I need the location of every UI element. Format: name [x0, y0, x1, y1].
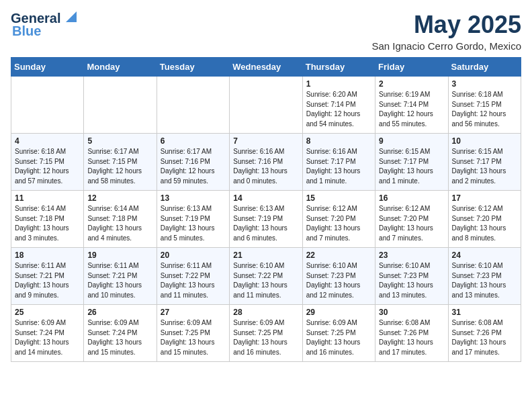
day-info: Sunrise: 6:13 AM Sunset: 7:19 PM Dayligh…	[161, 204, 226, 243]
day-number: 28	[233, 308, 298, 317]
weekday-header-sunday: Sunday	[11, 58, 84, 77]
calendar-cell: 2Sunrise: 6:19 AM Sunset: 7:14 PM Daylig…	[375, 77, 448, 134]
calendar-cell: 6Sunrise: 6:17 AM Sunset: 7:16 PM Daylig…	[157, 134, 229, 191]
calendar-cell	[11, 77, 84, 134]
calendar-cell: 27Sunrise: 6:09 AM Sunset: 7:25 PM Dayli…	[157, 305, 229, 362]
day-info: Sunrise: 6:17 AM Sunset: 7:16 PM Dayligh…	[161, 147, 226, 186]
calendar-cell: 1Sunrise: 6:20 AM Sunset: 7:14 PM Daylig…	[302, 77, 375, 134]
calendar-cell: 12Sunrise: 6:14 AM Sunset: 7:18 PM Dayli…	[84, 191, 157, 248]
day-info: Sunrise: 6:10 AM Sunset: 7:23 PM Dayligh…	[379, 261, 444, 300]
day-number: 3	[452, 79, 517, 89]
day-number: 23	[379, 250, 444, 260]
calendar-cell: 26Sunrise: 6:09 AM Sunset: 7:24 PM Dayli…	[84, 305, 157, 362]
day-number: 17	[452, 193, 517, 203]
calendar-cell: 4Sunrise: 6:18 AM Sunset: 7:15 PM Daylig…	[11, 134, 84, 191]
calendar-cell: 7Sunrise: 6:16 AM Sunset: 7:16 PM Daylig…	[230, 134, 302, 191]
day-number: 10	[452, 136, 517, 146]
calendar-cell: 3Sunrise: 6:18 AM Sunset: 7:15 PM Daylig…	[448, 77, 521, 134]
calendar-cell: 14Sunrise: 6:13 AM Sunset: 7:19 PM Dayli…	[230, 191, 302, 248]
calendar-cell: 18Sunrise: 6:11 AM Sunset: 7:21 PM Dayli…	[11, 248, 84, 305]
day-number: 19	[87, 250, 152, 260]
calendar-cell: 30Sunrise: 6:08 AM Sunset: 7:26 PM Dayli…	[375, 305, 448, 362]
weekday-header-tuesday: Tuesday	[157, 58, 229, 77]
calendar-cell: 21Sunrise: 6:10 AM Sunset: 7:22 PM Dayli…	[230, 248, 302, 305]
day-number: 13	[161, 193, 226, 203]
day-info: Sunrise: 6:18 AM Sunset: 7:15 PM Dayligh…	[15, 147, 80, 186]
day-number: 27	[161, 308, 226, 317]
calendar-cell: 24Sunrise: 6:10 AM Sunset: 7:23 PM Dayli…	[448, 248, 521, 305]
calendar-cell: 20Sunrise: 6:11 AM Sunset: 7:22 PM Dayli…	[157, 248, 229, 305]
day-number: 14	[233, 193, 298, 203]
calendar-cell: 19Sunrise: 6:11 AM Sunset: 7:21 PM Dayli…	[84, 248, 157, 305]
day-number: 15	[306, 193, 371, 203]
day-number: 1	[306, 79, 371, 89]
calendar-cell: 8Sunrise: 6:16 AM Sunset: 7:17 PM Daylig…	[302, 134, 375, 191]
weekday-header-monday: Monday	[84, 58, 157, 77]
page-header: General Blue May 2025 San Ignacio Cerro …	[11, 11, 521, 52]
calendar-cell: 29Sunrise: 6:09 AM Sunset: 7:25 PM Dayli…	[302, 305, 375, 362]
logo-icon	[62, 10, 77, 25]
calendar-week-row: 18Sunrise: 6:11 AM Sunset: 7:21 PM Dayli…	[11, 248, 521, 305]
day-info: Sunrise: 6:20 AM Sunset: 7:14 PM Dayligh…	[306, 90, 371, 129]
day-info: Sunrise: 6:16 AM Sunset: 7:16 PM Dayligh…	[233, 147, 298, 186]
day-info: Sunrise: 6:16 AM Sunset: 7:17 PM Dayligh…	[306, 147, 371, 186]
logo: General Blue	[11, 11, 77, 39]
day-number: 6	[161, 136, 226, 146]
calendar-cell: 5Sunrise: 6:17 AM Sunset: 7:15 PM Daylig…	[84, 134, 157, 191]
calendar-cell: 15Sunrise: 6:12 AM Sunset: 7:20 PM Dayli…	[302, 191, 375, 248]
day-info: Sunrise: 6:13 AM Sunset: 7:19 PM Dayligh…	[233, 204, 298, 243]
calendar-cell: 17Sunrise: 6:12 AM Sunset: 7:20 PM Dayli…	[448, 191, 521, 248]
day-number: 22	[306, 250, 371, 260]
calendar-cell: 9Sunrise: 6:15 AM Sunset: 7:17 PM Daylig…	[375, 134, 448, 191]
day-number: 11	[15, 193, 80, 203]
weekday-header-wednesday: Wednesday	[230, 58, 302, 77]
calendar-cell: 11Sunrise: 6:14 AM Sunset: 7:18 PM Dayli…	[11, 191, 84, 248]
calendar-cell: 22Sunrise: 6:10 AM Sunset: 7:23 PM Dayli…	[302, 248, 375, 305]
weekday-header-thursday: Thursday	[302, 58, 375, 77]
day-info: Sunrise: 6:09 AM Sunset: 7:25 PM Dayligh…	[233, 318, 298, 357]
day-info: Sunrise: 6:11 AM Sunset: 7:21 PM Dayligh…	[15, 261, 80, 300]
day-info: Sunrise: 6:19 AM Sunset: 7:14 PM Dayligh…	[379, 90, 444, 129]
day-info: Sunrise: 6:08 AM Sunset: 7:26 PM Dayligh…	[379, 318, 444, 357]
day-number: 24	[452, 250, 517, 260]
day-number: 29	[306, 308, 371, 317]
calendar-cell: 23Sunrise: 6:10 AM Sunset: 7:23 PM Dayli…	[375, 248, 448, 305]
day-number: 7	[233, 136, 298, 146]
day-info: Sunrise: 6:12 AM Sunset: 7:20 PM Dayligh…	[306, 204, 371, 243]
calendar-table: SundayMondayTuesdayWednesdayThursdayFrid…	[11, 57, 521, 362]
day-number: 31	[452, 308, 517, 317]
day-number: 26	[87, 308, 152, 317]
day-info: Sunrise: 6:08 AM Sunset: 7:26 PM Dayligh…	[452, 318, 517, 357]
day-number: 4	[15, 136, 80, 146]
month-title: May 2025	[371, 11, 521, 39]
calendar-cell	[84, 77, 157, 134]
calendar-week-row: 25Sunrise: 6:09 AM Sunset: 7:24 PM Dayli…	[11, 305, 521, 362]
logo-blue: Blue	[12, 24, 41, 39]
weekday-header-saturday: Saturday	[448, 58, 521, 77]
weekday-header-friday: Friday	[375, 58, 448, 77]
calendar-cell: 28Sunrise: 6:09 AM Sunset: 7:25 PM Dayli…	[230, 305, 302, 362]
day-number: 2	[379, 79, 444, 89]
day-number: 20	[161, 250, 226, 260]
calendar-cell: 25Sunrise: 6:09 AM Sunset: 7:24 PM Dayli…	[11, 305, 84, 362]
calendar-week-row: 4Sunrise: 6:18 AM Sunset: 7:15 PM Daylig…	[11, 134, 521, 191]
day-info: Sunrise: 6:17 AM Sunset: 7:15 PM Dayligh…	[87, 147, 152, 186]
day-number: 25	[15, 308, 80, 317]
day-info: Sunrise: 6:11 AM Sunset: 7:22 PM Dayligh…	[161, 261, 226, 300]
location-title: San Ignacio Cerro Gordo, Mexico	[371, 40, 521, 52]
day-info: Sunrise: 6:18 AM Sunset: 7:15 PM Dayligh…	[452, 90, 517, 129]
day-info: Sunrise: 6:10 AM Sunset: 7:23 PM Dayligh…	[452, 261, 517, 300]
day-info: Sunrise: 6:15 AM Sunset: 7:17 PM Dayligh…	[379, 147, 444, 186]
day-info: Sunrise: 6:12 AM Sunset: 7:20 PM Dayligh…	[452, 204, 517, 243]
day-number: 9	[379, 136, 444, 146]
day-number: 12	[87, 193, 152, 203]
calendar-cell	[230, 77, 302, 134]
calendar-cell	[157, 77, 229, 134]
calendar-cell: 10Sunrise: 6:15 AM Sunset: 7:17 PM Dayli…	[448, 134, 521, 191]
day-number: 18	[15, 250, 80, 260]
day-info: Sunrise: 6:14 AM Sunset: 7:18 PM Dayligh…	[15, 204, 80, 243]
calendar-cell: 16Sunrise: 6:12 AM Sunset: 7:20 PM Dayli…	[375, 191, 448, 248]
calendar-week-row: 11Sunrise: 6:14 AM Sunset: 7:18 PM Dayli…	[11, 191, 521, 248]
day-info: Sunrise: 6:09 AM Sunset: 7:24 PM Dayligh…	[15, 318, 80, 357]
day-number: 30	[379, 308, 444, 317]
